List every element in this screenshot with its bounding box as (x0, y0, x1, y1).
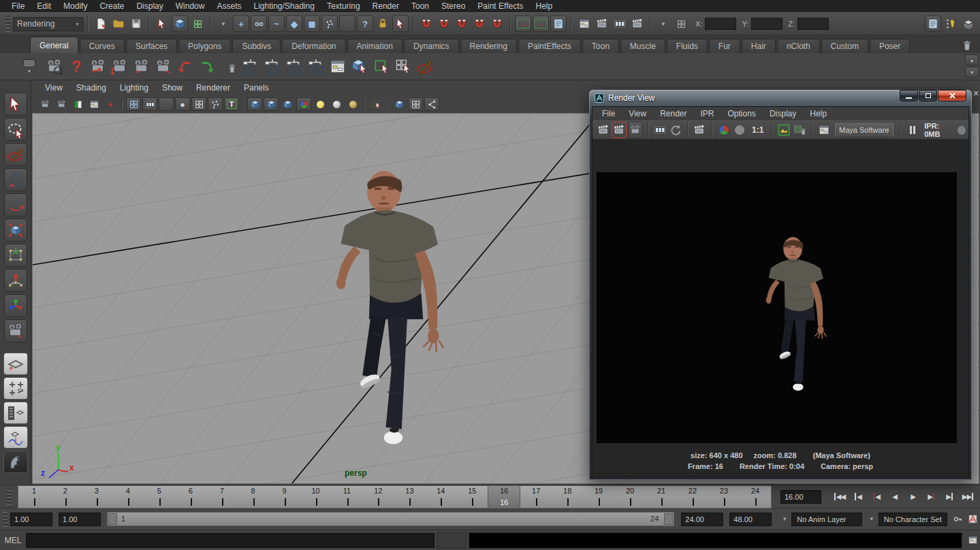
redo-previous-render-icon[interactable] (612, 122, 627, 138)
menu-edit[interactable]: Edit (31, 1, 57, 11)
rendered-image[interactable] (597, 172, 957, 443)
timeline-current-frame[interactable]: 1616 (488, 486, 520, 508)
move-tool[interactable] (4, 168, 27, 191)
unparent-nodes-icon[interactable] (305, 56, 327, 78)
go-to-end-button[interactable]: ▶▶ (959, 488, 977, 505)
timeline-frame[interactable]: 5 (144, 486, 175, 508)
shelf-scroll-down-icon[interactable]: ▼ (965, 67, 979, 78)
menu-file[interactable]: File (5, 1, 31, 11)
symmetry-expand-icon[interactable]: ▼ (655, 16, 671, 32)
snap-to-view-planes-icon[interactable] (471, 16, 488, 32)
rotate-tool[interactable] (4, 193, 27, 216)
animation-start-input[interactable] (59, 513, 101, 526)
snap-to-curves-icon[interactable] (436, 16, 452, 32)
set-key-icon[interactable] (951, 511, 964, 528)
plugin-shapes-icon[interactable] (424, 97, 439, 111)
remove-image-icon[interactable] (793, 122, 807, 138)
camera-track-icon[interactable] (109, 56, 131, 78)
range-grip[interactable] (3, 512, 7, 527)
redo-icon[interactable] (196, 56, 218, 78)
select-tool[interactable] (4, 93, 27, 116)
render-region-icon[interactable] (693, 122, 707, 138)
parent-nodes-icon[interactable] (283, 56, 305, 78)
anim-layer-selector[interactable]: No Anim Layer (791, 513, 862, 526)
viewport-menu-lighting[interactable]: Lighting (113, 83, 155, 93)
timeline-frame[interactable]: 2 (50, 486, 81, 508)
render-settings-icon[interactable] (817, 122, 831, 138)
xray-display-icon[interactable] (392, 97, 407, 111)
save-scene-button[interactable] (128, 16, 144, 32)
shelf-tab-hair[interactable]: Hair (742, 39, 776, 53)
shelf-tab-general[interactable]: General (30, 37, 78, 53)
viewport-menu-renderer[interactable]: Renderer (189, 83, 237, 93)
ipr-render-icon[interactable] (652, 122, 667, 138)
menu-create[interactable]: Create (93, 1, 130, 11)
mask-points-icon[interactable]: + (233, 16, 249, 32)
render-current-frame-icon[interactable] (594, 16, 610, 32)
mask-misc-icon[interactable]: ? (357, 16, 373, 32)
shelf-tab-poser[interactable]: Poser (870, 39, 910, 53)
open-render-view-icon[interactable] (576, 16, 592, 32)
snapshot-icon[interactable] (628, 122, 643, 138)
shelf-tab-custom[interactable]: Custom (821, 39, 868, 53)
mask-curves-icon[interactable]: ~ (268, 16, 285, 32)
tool-settings-icon[interactable] (943, 16, 959, 32)
group-nodes-icon[interactable] (240, 56, 262, 78)
timeline-frame[interactable]: 9 (269, 486, 300, 508)
open-scene-button[interactable] (110, 16, 127, 32)
mask-expand-icon[interactable]: ▼ (215, 16, 232, 32)
shelf-tab-animation[interactable]: Animation (347, 39, 402, 53)
animation-end-input[interactable] (681, 513, 723, 526)
viewport-menu-show[interactable]: Show (155, 83, 189, 93)
soft-modification-tool[interactable] (4, 269, 27, 292)
render-view-menu-options[interactable]: Options (721, 109, 763, 118)
menu-lighting-shading[interactable]: Lighting/Shading (247, 1, 320, 11)
menu-window[interactable]: Window (170, 1, 211, 11)
construction-history-icon[interactable] (550, 16, 567, 32)
playback-end-input[interactable] (729, 513, 772, 526)
timeline-frame[interactable]: 14 (425, 486, 456, 508)
shelf-tab-fur[interactable]: Fur (709, 39, 740, 53)
menu-render[interactable]: Render (366, 1, 405, 11)
shelf-tab-ncloth[interactable]: nCloth (777, 39, 820, 53)
ipr-render-icon[interactable] (612, 16, 628, 32)
menu-texturing[interactable]: Texturing (321, 1, 366, 11)
wireframe-display-icon[interactable] (247, 97, 262, 111)
assign-material-icon[interactable] (370, 56, 392, 78)
timeline-frame[interactable]: 19 (583, 486, 614, 508)
ui-elements-icon[interactable] (925, 16, 941, 32)
shelf-scroll-up-icon[interactable]: ▲ (965, 54, 979, 65)
timeline-frame[interactable]: 3 (81, 486, 112, 508)
renderer-selector[interactable]: Maya Software (835, 123, 894, 138)
x-coord-input[interactable] (705, 18, 736, 30)
render-view-menu-display[interactable]: Display (763, 109, 803, 118)
viewport-menu-shading[interactable]: Shading (69, 83, 113, 93)
range-slider[interactable]: 1 24 (107, 512, 674, 526)
grid-toggle-icon[interactable] (126, 97, 141, 111)
statusline-grip[interactable] (5, 16, 10, 32)
timeline-frame[interactable]: 20 (614, 486, 646, 508)
mask-deformations-icon[interactable]: ▦ (304, 16, 320, 32)
mask-handles-icon[interactable] (251, 16, 267, 32)
maximize-button[interactable] (919, 90, 937, 101)
render-view-menu-help[interactable]: Help (803, 109, 834, 118)
pan-zoom-icon[interactable]: + (103, 97, 118, 111)
timeline-frame[interactable]: 23 (708, 486, 740, 508)
shelf-menu-widget[interactable]: ▼ (19, 56, 39, 78)
pause-ipr-icon[interactable] (905, 122, 919, 138)
auto-keyframe-icon[interactable] (966, 511, 979, 528)
render-view-titlebar[interactable]: Render View (592, 90, 969, 106)
safe-title-icon[interactable]: T (224, 97, 239, 111)
timeline-frame[interactable]: 4 (112, 486, 144, 508)
shelf-tab-dynamics[interactable]: Dynamics (404, 39, 459, 53)
shelf-tab-deformation[interactable]: Deformation (282, 39, 345, 53)
shelf-tab-curves[interactable]: Curves (80, 39, 125, 53)
command-results-field[interactable] (469, 532, 962, 549)
viewport-menu-panels[interactable]: Panels (237, 83, 276, 93)
channel-box-layers-icon[interactable] (960, 16, 977, 32)
command-line-splitter[interactable] (437, 532, 467, 549)
layout-single-pane-button[interactable] (3, 353, 28, 375)
step-back-key-button[interactable]: ◀ (867, 488, 885, 505)
undo-icon[interactable] (174, 56, 196, 78)
range-start-handle[interactable] (108, 513, 117, 525)
